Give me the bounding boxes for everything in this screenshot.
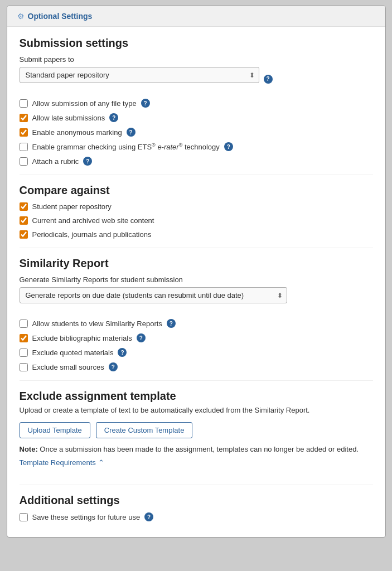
optional-settings-header: ⚙ Optional Settings [7,6,385,27]
similarity-report-title: Similarity Report [20,257,373,270]
exclude-quoted-help-icon[interactable]: ? [118,348,127,357]
note-content: Once a submission has been made to the a… [40,445,359,453]
web-content-checkbox[interactable] [20,216,28,225]
checkbox-student-paper: Student paper repository [20,202,373,211]
exclude-small-label: Exclude small sources [32,363,104,371]
gear-icon: ⚙ [17,12,25,21]
allow-late-checkbox[interactable] [20,114,28,122]
template-button-row: Upload Template Create Custom Template [20,422,373,438]
allow-any-file-label: Allow submission of any file type [32,99,137,108]
submission-settings-title: Submission settings [20,37,373,50]
similarity-report-section: Similarity Report Generate Similarity Re… [20,257,373,371]
submit-papers-help-icon[interactable]: ? [264,75,273,84]
student-paper-checkbox[interactable] [20,202,28,211]
submit-papers-label: Submit papers to [20,55,373,64]
enable-anon-help-icon[interactable]: ? [127,128,135,137]
submit-papers-row: Standard paper repository Institution pa… [20,67,373,91]
exclude-biblio-help-icon[interactable]: ? [137,333,146,342]
generate-label: Generate Similarity Reports for student … [20,275,373,284]
exclude-biblio-checkbox[interactable] [20,334,28,342]
exclude-template-desc: Upload or create a template of text to b… [20,406,373,414]
enable-grammar-checkbox[interactable] [20,143,28,151]
divider-3 [20,380,373,381]
enable-grammar-help-icon[interactable]: ? [224,142,233,151]
submit-papers-select-wrapper: Standard paper repository Institution pa… [20,67,259,83]
allow-late-label: Allow late submissions [32,114,105,122]
checkbox-exclude-small: Exclude small sources ? [20,362,373,371]
periodicals-label: Periodicals, journals and publications [32,230,152,239]
divider-1 [20,175,373,175]
save-future-label: Save these settings for future use [32,513,141,521]
exclude-small-help-icon[interactable]: ? [109,362,118,371]
note-bold: Note: [20,445,38,453]
checkbox-save-future: Save these settings for future use ? [20,512,373,521]
checkbox-allow-view: Allow students to view Similarity Report… [20,319,373,328]
checkbox-allow-any-file: Allow submission of any file type ? [20,99,373,108]
template-requirements-link[interactable]: Template Requirements ⌃ [20,458,104,467]
allow-late-help-icon[interactable]: ? [109,113,118,122]
template-note: Note: Once a submission has been made to… [20,445,373,453]
web-content-label: Current and archived web site content [32,216,154,225]
exclude-quoted-checkbox[interactable] [20,349,28,357]
allow-any-file-checkbox[interactable] [20,99,28,108]
additional-settings-title: Additional settings [20,494,373,507]
main-content: Submission settings Submit papers to Sta… [7,27,385,537]
divider-4 [20,485,373,485]
optional-settings-title: Optional Settings [28,12,93,21]
checkbox-attach-rubric: Attach a rubric ? [20,157,373,166]
template-req-link-text: Template Requirements [20,458,96,467]
compare-against-title: Compare against [20,184,373,197]
save-future-help-icon[interactable]: ? [144,512,153,521]
checkbox-exclude-biblio: Exclude bibliographic materials ? [20,333,373,342]
exclude-template-section: Exclude assignment template Upload or cr… [20,390,373,476]
generate-select-wrapper: Generate reports on due date (students c… [20,287,287,303]
student-paper-label: Student paper repository [32,202,112,211]
attach-rubric-checkbox[interactable] [20,157,28,166]
submission-settings-section: Submission settings Submit papers to Sta… [20,37,373,166]
enable-anon-label: Enable anonymous marking [32,128,122,137]
checkbox-exclude-quoted: Exclude quoted materials ? [20,348,373,357]
submit-papers-select[interactable]: Standard paper repository Institution pa… [20,67,259,83]
checkbox-enable-anon: Enable anonymous marking ? [20,128,373,137]
allow-view-help-icon[interactable]: ? [167,319,176,328]
divider-2 [20,248,373,248]
additional-settings-section: Additional settings Save these settings … [20,494,373,521]
checkbox-web-content: Current and archived web site content [20,216,373,225]
allow-view-checkbox[interactable] [20,320,28,328]
periodicals-checkbox[interactable] [20,230,28,239]
allow-any-file-help-icon[interactable]: ? [141,99,150,108]
attach-rubric-help-icon[interactable]: ? [83,157,92,166]
checkbox-enable-grammar: Enable grammar checking using ETS® e-rat… [20,142,373,151]
checkbox-periodicals: Periodicals, journals and publications [20,230,373,239]
enable-grammar-label: Enable grammar checking using ETS® e-rat… [32,142,220,151]
generate-select-row: Generate reports on due date (students c… [20,287,373,311]
save-future-checkbox[interactable] [20,513,28,521]
checkbox-allow-late: Allow late submissions ? [20,113,373,122]
exclude-biblio-label: Exclude bibliographic materials [32,334,132,342]
allow-view-label: Allow students to view Similarity Report… [32,320,162,328]
exclude-small-checkbox[interactable] [20,363,28,371]
compare-against-section: Compare against Student paper repository… [20,184,373,239]
exclude-template-title: Exclude assignment template [20,390,373,403]
exclude-quoted-label: Exclude quoted materials [32,349,114,357]
create-custom-template-button[interactable]: Create Custom Template [96,422,193,438]
enable-anon-checkbox[interactable] [20,128,28,137]
attach-rubric-label: Attach a rubric [32,157,79,166]
chevron-up-icon: ⌃ [98,458,104,467]
generate-select[interactable]: Generate reports on due date (students c… [20,287,287,303]
upload-template-button[interactable]: Upload Template [20,422,90,438]
page-container: ⚙ Optional Settings Submission settings … [7,6,386,538]
